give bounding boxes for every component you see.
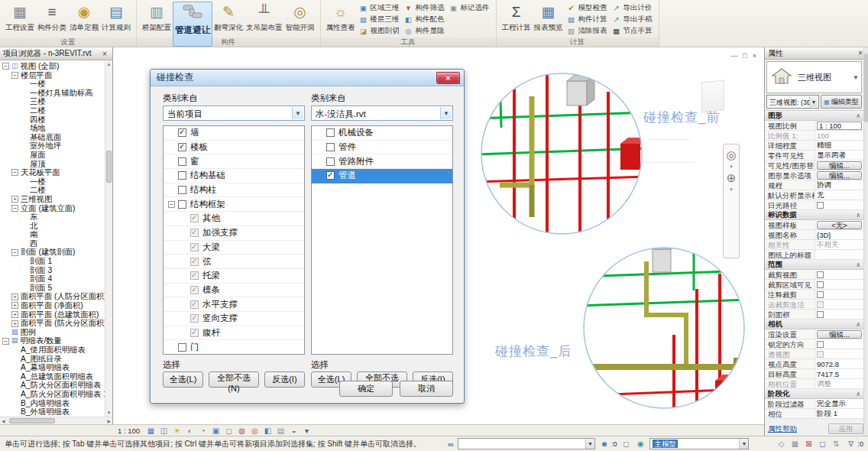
property-value[interactable]: 阶段 1 xyxy=(815,409,863,419)
property-value[interactable]: <无> xyxy=(815,221,863,229)
tree-item[interactable]: −立面 (建筑立面) xyxy=(0,204,105,213)
checkbox[interactable] xyxy=(190,214,199,222)
select-all-button[interactable]: 全选(L) xyxy=(163,372,203,388)
tree-item[interactable]: −◫视图 (全部) xyxy=(0,62,105,71)
chevron-down-icon[interactable]: ▾ xyxy=(730,187,733,193)
checkbox[interactable] xyxy=(190,314,199,323)
scroll-down-icon[interactable]: ▼ xyxy=(105,409,112,417)
select-underlay-icon[interactable]: ▦ xyxy=(789,440,800,448)
tree-item[interactable]: A_总建筑面积明细表 xyxy=(0,372,105,381)
tree-item[interactable]: 南 xyxy=(0,230,105,239)
main-model-combobox[interactable]: 主模型 ▼ xyxy=(649,438,749,449)
more-icon[interactable]: ▾ xyxy=(302,426,312,436)
tree-item[interactable]: B_内墙明细表 xyxy=(0,399,105,408)
select-pinned-icon[interactable]: ⊠ xyxy=(803,440,814,448)
collapse-icon[interactable]: ∧ xyxy=(856,212,860,219)
edit-type-button[interactable]: ▦ 编辑类型 xyxy=(821,95,862,109)
property-group-extents[interactable]: 范围∧ xyxy=(765,260,863,270)
property-value[interactable] xyxy=(815,291,863,298)
expand-icon[interactable]: + xyxy=(11,294,18,300)
property-value[interactable]: 调整 xyxy=(815,379,863,389)
edit-button[interactable]: <无> xyxy=(817,221,862,229)
tree-item[interactable]: 一楼 xyxy=(0,79,105,89)
category-row[interactable]: 管道 xyxy=(312,169,452,183)
checkbox[interactable] xyxy=(817,351,824,358)
ribbon-button-calc-rules[interactable]: ▤计算规则 xyxy=(100,2,132,37)
category-row[interactable]: 楼板 xyxy=(164,141,304,155)
ribbon-button-model-check[interactable]: ✔模型检查 xyxy=(567,2,607,14)
property-value[interactable] xyxy=(815,311,863,318)
drag-on-selection-icon[interactable]: ⇅ xyxy=(831,440,841,448)
property-value[interactable]: 编辑... xyxy=(815,161,863,170)
ribbon-button-component-filter[interactable]: ▼构件筛选 xyxy=(404,2,445,14)
expand-icon[interactable]: + xyxy=(11,302,18,309)
tree-item[interactable]: A_防火分区面积明细表 1 xyxy=(0,390,105,399)
expand-icon[interactable]: + xyxy=(11,320,18,327)
property-value[interactable]: 协调 xyxy=(815,180,863,190)
project-browser-header[interactable]: 项目浏览器 - n-3REVIT.rvt × xyxy=(0,47,112,60)
tree-item[interactable]: A_防火分区面积明细表 xyxy=(0,381,105,390)
project-browser-vscrollbar[interactable]: ▲ ▼ xyxy=(105,60,112,417)
property-value[interactable]: 7417.5 xyxy=(815,370,863,378)
category-row[interactable]: −结构框架 xyxy=(164,197,304,212)
close-icon[interactable]: × xyxy=(100,50,109,58)
tree-item[interactable]: 屋顶 xyxy=(0,160,105,169)
property-value[interactable] xyxy=(815,301,863,308)
type-selector[interactable]: 三维视图 ▼ xyxy=(766,61,862,93)
shadows-icon[interactable]: ◐ xyxy=(185,426,195,436)
expand-icon[interactable]: + xyxy=(11,196,18,203)
properties-help-link[interactable]: 属性帮助 xyxy=(768,424,797,434)
editing-requests-icon[interactable]: ☻ xyxy=(599,440,610,448)
tree-item[interactable]: 场地 xyxy=(0,124,105,133)
category-row[interactable]: 加强支撑 xyxy=(164,226,304,241)
category-row[interactable]: 大梁 xyxy=(164,241,304,255)
property-value[interactable]: 100 xyxy=(815,131,863,140)
expand-icon[interactable]: − xyxy=(11,249,18,256)
property-value[interactable] xyxy=(815,202,863,209)
category-row[interactable]: 窗 xyxy=(164,154,304,169)
checkbox[interactable] xyxy=(178,128,186,137)
tree-item[interactable]: 剖面 5 xyxy=(0,284,105,293)
tree-item[interactable]: 室外地坪 xyxy=(0,141,105,151)
invert-selection-button[interactable]: 反选(I) xyxy=(264,372,305,388)
scroll-thumb[interactable] xyxy=(9,418,55,423)
background-processes-icon[interactable]: ◉ xyxy=(635,440,646,448)
filter-icon[interactable]: ∇ xyxy=(845,440,856,448)
tree-item[interactable]: 二楼 xyxy=(0,106,105,115)
select-links-icon[interactable]: ◇ xyxy=(776,440,786,448)
edit-button[interactable]: 编辑... xyxy=(817,171,862,180)
ribbon-button-bend-deepen[interactable]: ✎翻弯深化 xyxy=(212,2,245,37)
temporary-hide-icon[interactable]: ◍ xyxy=(237,426,247,436)
tree-item[interactable]: 剖面 3 xyxy=(0,266,105,275)
ribbon-button-engineering-calc[interactable]: Σ工程计算 xyxy=(500,2,533,37)
ribbon-button-export-draft[interactable]: ↗导出手稿 xyxy=(612,14,653,25)
edit-button[interactable]: 编辑... xyxy=(817,161,862,170)
scroll-thumb[interactable] xyxy=(864,54,868,122)
scroll-thumb[interactable] xyxy=(106,151,112,183)
property-value[interactable]: 显示两者 xyxy=(815,151,863,161)
drawing-area[interactable]: — □ × xyxy=(113,47,764,424)
ribbon-button-component-visibility[interactable]: ◎构件显隐 xyxy=(404,25,445,37)
collision-before-view[interactable] xyxy=(478,70,645,237)
tree-item[interactable]: 三楼 xyxy=(0,97,105,106)
category-row[interactable]: 管路附件 xyxy=(312,154,452,169)
ribbon-button-component-calc[interactable]: ▤构件计算 xyxy=(567,14,607,25)
properties-header[interactable]: 属性 × xyxy=(765,47,868,60)
tree-item[interactable]: B_外墙明细表 xyxy=(0,407,105,417)
tree-item[interactable]: 屋面 xyxy=(0,151,105,160)
checkbox[interactable] xyxy=(326,128,335,137)
ribbon-button-cable-tray-config[interactable]: ▥桥架配置 xyxy=(141,2,173,37)
checkbox[interactable] xyxy=(326,157,335,166)
checkbox[interactable] xyxy=(817,311,824,318)
expand-icon[interactable]: + xyxy=(11,311,18,318)
property-value[interactable]: {3D} xyxy=(815,231,863,239)
expand-icon[interactable]: − xyxy=(2,338,9,345)
design-options-combobox[interactable]: ▼ xyxy=(458,438,595,449)
ribbon-button-export-pricing[interactable]: ↗导出计价 xyxy=(612,2,653,14)
dialog-titlebar[interactable]: 碰撞检查 xyxy=(151,70,464,86)
category-row[interactable]: 竖向支撑 xyxy=(164,312,304,326)
detail-level-icon[interactable]: ▦ xyxy=(146,426,156,436)
crop-visible-icon[interactable]: ◻ xyxy=(224,426,234,436)
ribbon-button-component-color[interactable]: ◧构件配色 xyxy=(404,14,445,25)
tree-item[interactable]: 二楼 xyxy=(0,186,105,195)
